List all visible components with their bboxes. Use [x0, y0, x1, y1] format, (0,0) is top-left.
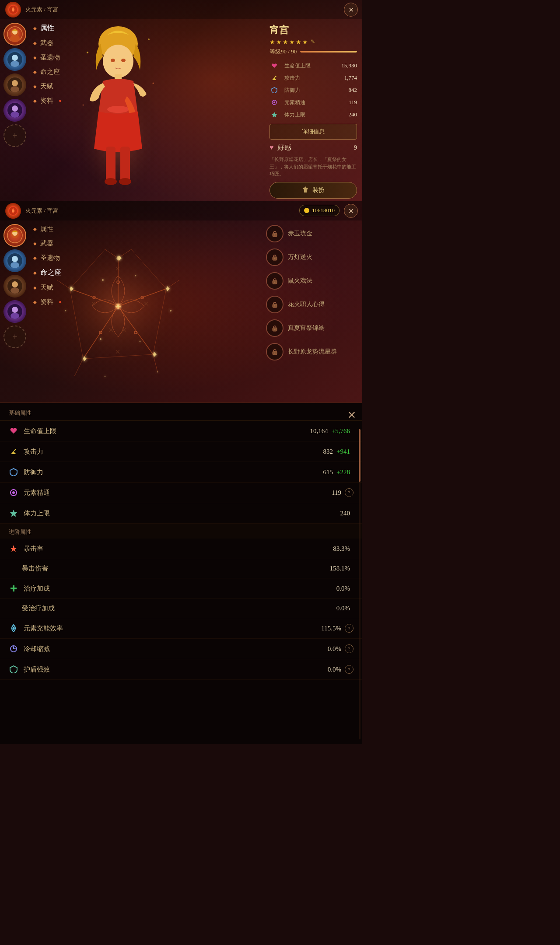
- coin-icon: [304, 208, 309, 213]
- detail-stat-hp: 生命值上限 10,164 +5,766: [0, 421, 362, 441]
- profile-notification-dot-2: ●: [59, 299, 62, 305]
- character-sidebar-2: +: [0, 220, 30, 402]
- nav-talents-2[interactable]: 天赋: [33, 284, 62, 292]
- hp-icon: [270, 61, 279, 70]
- svg-point-18: [111, 59, 115, 62]
- lock-icon-2: [266, 248, 284, 266]
- add-character-button[interactable]: +: [4, 124, 26, 147]
- avatar-purple-char[interactable]: [4, 99, 26, 122]
- detailed-stats-panel: ✕ 基础属性 生命值上限 10,164 +5,766 攻击力 832 +941 …: [0, 402, 362, 744]
- avatar-yoimiya[interactable]: [4, 23, 26, 46]
- nav-weapon-2[interactable]: 武器: [33, 239, 62, 248]
- detail-inchealed-icon: [9, 605, 17, 612]
- detail-stat-shield: 护盾强效 0.0% ?: [0, 659, 362, 680]
- avatar-brown-char[interactable]: [4, 74, 26, 96]
- nav-attributes[interactable]: 属性: [33, 24, 62, 33]
- character-description: 「长野原烟花店」店长，「夏祭的女王」，将人们的愿望寄托于烟花中的能工巧匠。: [270, 156, 357, 178]
- svg-point-25: [119, 178, 131, 185]
- close-button-3[interactable]: ✕: [347, 409, 356, 421]
- svg-point-99: [274, 329, 276, 330]
- level-fill: [300, 51, 357, 52]
- detail-stat-heal: 治疗加成 0.0%: [0, 578, 362, 599]
- svg-point-1: [12, 8, 14, 11]
- svg-point-17: [103, 45, 133, 78]
- svg-point-42: [10, 287, 19, 294]
- nav-constellation[interactable]: 命之座: [33, 68, 62, 76]
- nav-artifacts-2[interactable]: 圣遗物: [33, 254, 62, 262]
- detail-stat-inchealed: 受治疗加成 0.0%: [0, 599, 362, 618]
- add-character-button-2[interactable]: +: [4, 326, 26, 348]
- svg-point-71: [105, 376, 106, 377]
- svg-point-101: [274, 353, 276, 354]
- svg-point-10: [12, 80, 18, 86]
- stamina-icon: [270, 110, 279, 119]
- avatar-yoimiya-2[interactable]: [4, 224, 26, 247]
- constellation-item-2[interactable]: 万灯送火: [266, 248, 358, 266]
- svg-point-26: [87, 52, 88, 53]
- detail-stat-stamina: 体力上限 240: [0, 503, 362, 524]
- constellation-panel: 火元素 / 宵宫 10618010 ✕: [0, 201, 362, 402]
- constellation-item-4[interactable]: 花火职人心得: [266, 296, 358, 313]
- scroll-thumb[interactable]: [359, 429, 360, 482]
- detail-cd-icon: [9, 644, 18, 654]
- breadcrumb-2: 火元素 / 宵宫: [25, 207, 58, 215]
- nav-constellation-2[interactable]: 命之座: [33, 268, 62, 277]
- adv-stats-title: 进阶属性: [0, 524, 362, 539]
- detail-stat-em: 元素精通 119 ?: [0, 483, 362, 503]
- em-help-button[interactable]: ?: [345, 488, 354, 497]
- coins-display: 10618010: [299, 205, 340, 216]
- em-icon: [270, 98, 279, 107]
- close-button-2[interactable]: ✕: [344, 204, 358, 218]
- level-display: 等级90 / 90: [270, 48, 357, 56]
- nav-profile-2[interactable]: 资料 ●: [33, 298, 62, 306]
- svg-point-13: [12, 105, 18, 112]
- profile-notification-dot: ●: [59, 98, 62, 104]
- character-illustration: [61, 9, 175, 192]
- detail-stat-def: 防御力 615 +228: [0, 462, 362, 483]
- nav-profile[interactable]: 资料 ●: [33, 97, 62, 105]
- constellation-item-5[interactable]: 真夏宵祭锦绘: [266, 319, 358, 337]
- detail-info-button[interactable]: 详细信息: [270, 124, 357, 140]
- nav-attributes-2[interactable]: 属性: [33, 225, 62, 233]
- lock-icon-6: [266, 343, 284, 360]
- svg-point-68: [140, 341, 141, 342]
- er-help-button[interactable]: ?: [345, 624, 354, 633]
- nav-weapon[interactable]: 武器: [33, 39, 62, 47]
- def-icon: [270, 85, 279, 95]
- svg-rect-23: [120, 147, 130, 182]
- dress-button[interactable]: 装扮: [270, 182, 357, 199]
- constellation-item-3[interactable]: 鼠火戏法: [266, 272, 358, 290]
- element-icon: [5, 2, 21, 18]
- shield-help-button[interactable]: ?: [345, 665, 354, 674]
- svg-point-103: [12, 491, 15, 494]
- svg-point-27: [148, 38, 150, 40]
- avatar-purple-2[interactable]: [4, 300, 26, 323]
- avatar-brown-2[interactable]: [4, 275, 26, 298]
- svg-point-31: [273, 102, 275, 103]
- svg-point-65: [102, 279, 104, 281]
- close-button-1[interactable]: ✕: [344, 3, 358, 17]
- level-bar: [300, 51, 357, 52]
- cd-help-button[interactable]: ?: [345, 644, 354, 653]
- svg-point-4: [10, 35, 20, 42]
- heart-icon: ♥: [270, 144, 274, 151]
- constellation-item-1[interactable]: 赤玉琉金: [266, 225, 358, 242]
- nav-artifacts[interactable]: 圣遗物: [33, 53, 62, 62]
- stars-display: ★ ★ ★ ★ ★ ★ ✎: [270, 38, 357, 46]
- avatar-cryo-2[interactable]: [4, 249, 26, 272]
- constellation-item-6[interactable]: 长野原龙势流星群: [266, 343, 358, 360]
- nav-talents[interactable]: 天赋: [33, 82, 62, 91]
- svg-point-95: [274, 282, 276, 283]
- svg-point-33: [12, 210, 14, 212]
- detail-stat-critrate: 暴击率 83.3%: [0, 539, 362, 559]
- svg-point-39: [10, 262, 19, 268]
- topbar: 火元素 / 宵宫 ✕: [0, 0, 362, 19]
- svg-point-44: [12, 307, 18, 313]
- stat-row-stamina: 体力上限 240: [270, 110, 357, 119]
- avatar-cryo-char[interactable]: [4, 48, 26, 71]
- detail-er-icon: [9, 623, 18, 633]
- edit-stars-button[interactable]: ✎: [311, 38, 315, 46]
- svg-point-66: [135, 275, 136, 276]
- topbar-2: 火元素 / 宵宫 10618010 ✕: [0, 201, 362, 220]
- favor-label: ♥ 好感: [270, 143, 291, 152]
